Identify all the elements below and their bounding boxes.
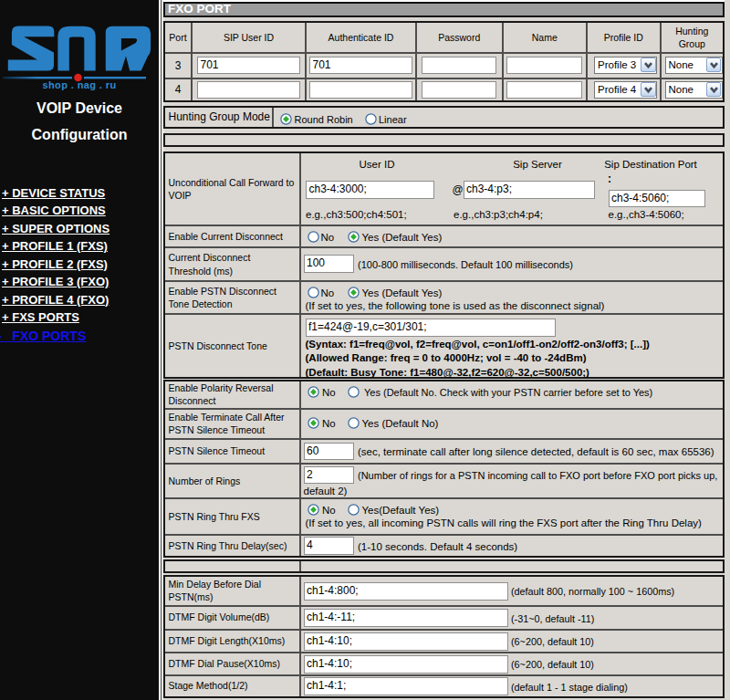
svg-text:shop . nag . ru: shop . nag . ru xyxy=(42,79,116,90)
